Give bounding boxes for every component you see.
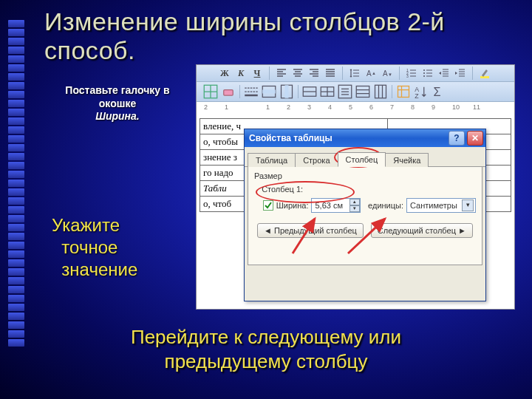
units-select[interactable]: Сантиметры ▾ [406, 198, 476, 213]
svg-text:▼: ▼ [388, 72, 392, 77]
bold-button[interactable]: Ж [219, 67, 231, 79]
dialog-help-button[interactable]: ? [449, 131, 465, 146]
insert-col-icon[interactable] [279, 83, 295, 100]
tab-table[interactable]: Таблица [248, 153, 296, 167]
svg-text:▲: ▲ [372, 71, 376, 75]
check-icon [265, 202, 272, 209]
align-justify-icon[interactable] [324, 67, 336, 79]
width-value-input[interactable]: 5,63 см ▴▾ [311, 198, 361, 213]
next-column-button[interactable]: Следующий столбец ► [371, 223, 473, 238]
toolbar-separator [342, 66, 343, 80]
toolbar-separator [392, 85, 392, 98]
distribute-cols-icon[interactable] [372, 83, 389, 100]
autoformat-icon[interactable] [395, 83, 412, 100]
dialog-titlebar[interactable]: Свойства таблицы ? ✕ [245, 129, 485, 147]
svg-rect-20 [356, 86, 369, 98]
instruction-checkbox: Поставьте галочку в окошке Ширина. [47, 84, 188, 123]
tab-column[interactable]: Столбец [338, 152, 386, 167]
svg-point-8 [423, 72, 425, 74]
prev-column-button[interactable]: ◄ Предыдущий столбец [257, 223, 364, 238]
insert-row-icon[interactable] [261, 83, 277, 100]
line-spacing-icon[interactable] [349, 67, 361, 79]
split-cells-icon[interactable] [319, 83, 335, 100]
svg-rect-16 [285, 85, 289, 98]
instruction-value-l2: точное [61, 237, 117, 257]
word-table-toolbar: AZ Σ [197, 82, 514, 102]
width-label: Ширина: [276, 201, 309, 210]
sort-icon[interactable]: AZ [413, 83, 429, 100]
svg-text:A: A [383, 69, 388, 78]
underline-button[interactable]: Ч [251, 67, 263, 79]
slide-title: Изменение ширины столбцов 2-й способ. [44, 7, 532, 65]
dialog-close-button[interactable]: ✕ [467, 131, 483, 146]
highlight-icon[interactable] [479, 67, 491, 79]
svg-point-7 [423, 69, 425, 71]
svg-rect-14 [262, 90, 276, 94]
font-shrink-icon[interactable]: A▼ [381, 67, 393, 79]
svg-text:A: A [366, 69, 372, 78]
tab-row[interactable]: Строка [295, 153, 338, 167]
size-group-label: Размер [254, 171, 476, 180]
width-value-text: 5,63 см [315, 201, 343, 210]
italic-button[interactable]: К [235, 67, 247, 79]
toolbar-separator [239, 85, 240, 98]
toolbar-separator [399, 66, 400, 80]
instruction-nav: Перейдите к следующему или предыдущему с… [0, 325, 532, 373]
svg-rect-21 [375, 85, 386, 98]
column-tab-panel: Размер Столбец 1: Ширина: 5,63 см ▴▾ еди… [248, 167, 482, 265]
svg-text:3: 3 [406, 74, 409, 78]
word-screenshot: Ж К Ч A▲ A▼ 123 [197, 65, 514, 309]
width-checkbox[interactable] [263, 200, 273, 211]
instruction-value: Укажите точное значение [52, 214, 137, 281]
eraser-icon[interactable] [220, 83, 236, 100]
toolbar-separator [472, 66, 473, 80]
chevron-down-icon: ▾ [462, 200, 474, 211]
distribute-rows-icon[interactable] [355, 83, 371, 100]
width-stepper[interactable]: ▴▾ [349, 199, 358, 212]
bullet-list-icon[interactable] [422, 67, 434, 79]
instruction-nav-l2: предыдущему столбцу [165, 350, 368, 372]
svg-rect-10 [480, 76, 489, 78]
line-style-icon[interactable] [243, 83, 259, 100]
toolbar-separator [298, 85, 299, 98]
instruction-value-l1: Укажите [52, 215, 120, 235]
word-format-toolbar: Ж К Ч A▲ A▼ 123 [197, 65, 514, 82]
svg-text:Z: Z [415, 92, 419, 99]
outdent-icon[interactable] [438, 67, 450, 79]
instruction-nav-l1: Перейдите к следующему или [131, 326, 401, 348]
align-cell-icon[interactable] [337, 83, 353, 100]
svg-rect-12 [224, 90, 233, 96]
units-value-text: Сантиметры [410, 201, 457, 210]
merge-cells-icon[interactable] [301, 83, 318, 100]
units-label: единицы: [368, 201, 403, 210]
svg-rect-22 [398, 86, 409, 98]
font-grow-icon[interactable]: A▲ [365, 67, 377, 79]
dialog-tabs: Таблица Строка Столбец Ячейка [245, 147, 485, 167]
tab-cell[interactable]: Ячейка [385, 153, 429, 167]
autosum-icon[interactable]: Σ [431, 83, 447, 100]
toolbar-separator [269, 66, 270, 80]
instruction-checkbox-line1: Поставьте галочку в окошке [65, 84, 169, 109]
column-index-label: Столбец 1: [262, 185, 303, 194]
align-left-icon[interactable] [276, 67, 287, 79]
align-center-icon[interactable] [292, 67, 304, 79]
instruction-checkbox-line2: Ширина. [47, 110, 188, 123]
instruction-value-l3: значение [61, 259, 137, 279]
table-properties-dialog: Свойства таблицы ? ✕ Таблица Строка Стол… [244, 129, 486, 301]
dialog-title-text: Свойства таблицы [249, 133, 332, 143]
indent-icon[interactable] [454, 67, 466, 79]
numbered-list-icon[interactable]: 123 [406, 67, 417, 79]
svg-point-9 [423, 75, 425, 77]
svg-text:Σ: Σ [434, 85, 441, 98]
align-right-icon[interactable] [308, 67, 320, 79]
draw-table-icon[interactable] [202, 83, 219, 100]
